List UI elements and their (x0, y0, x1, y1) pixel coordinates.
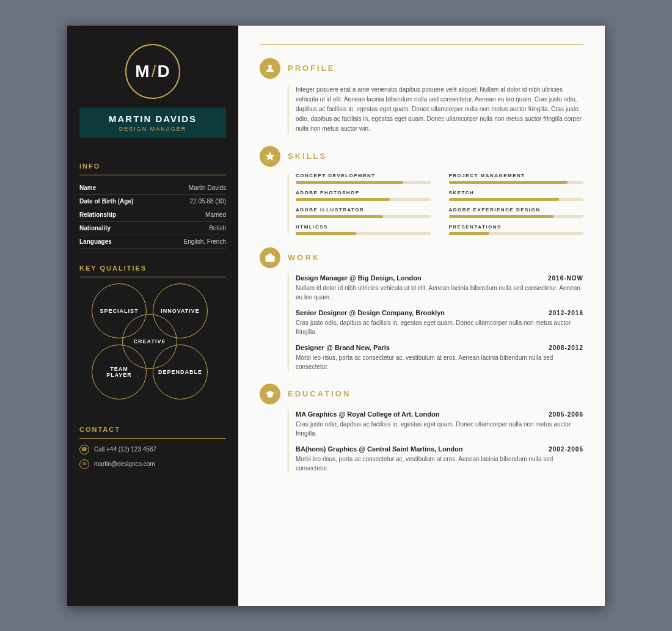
contact-item: ✉martin@designco.com (79, 459, 226, 469)
qualities-section: KEY QUALITIES SPECIALIST INNOVATIVE CREA… (79, 251, 226, 403)
venn-diagram: SPECIALIST INNOVATIVE CREATIVE TEAMPLAYE… (86, 283, 220, 403)
skill-bar-bg (449, 215, 584, 218)
contact-text: Call +44 (12) 123 4567 (94, 446, 156, 453)
profile-title: PROFILE (288, 64, 335, 73)
qualities-divider (79, 277, 226, 277)
skill-bar-fill (449, 198, 560, 201)
skill-name: SKETCH (449, 190, 584, 195)
work-entry-title: Designer @ Brand New, Paris (296, 344, 390, 351)
work-title: WORK (288, 253, 320, 262)
education-entry: MA Graphics @ Royal College of Art, Lond… (296, 410, 583, 438)
info-table: NameMartin DavidsDate of Birth (Age)22.0… (79, 181, 226, 249)
education-title: EDUCATION (288, 389, 351, 398)
svg-marker-1 (266, 151, 275, 160)
skill-bar-fill (296, 215, 383, 218)
skill-bar-fill (449, 232, 489, 235)
work-header: WORK (260, 247, 583, 268)
contact-text: martin@designco.com (94, 461, 155, 467)
skill-item: HTML/CSS (296, 224, 431, 235)
education-entry-header: BA(hons) Graphics @ Central Saint Martin… (296, 445, 583, 453)
profile-body: Integer posuere erat a ante venenatis da… (260, 85, 583, 134)
skill-name: HTML/CSS (296, 224, 431, 230)
skills-title: SKILLS (288, 151, 327, 161)
info-value: English, French (147, 235, 226, 248)
info-value: British (147, 221, 226, 235)
quality-dependable: DEPENDABLE (153, 345, 208, 399)
skill-bar-bg (296, 232, 431, 235)
skill-bar-bg (449, 198, 584, 201)
initial-d: D (157, 62, 170, 81)
info-row: LanguagesEnglish, French (79, 235, 226, 248)
education-entry-date: 2002-2005 (549, 446, 583, 453)
skills-header: SKILLS (260, 146, 583, 167)
logo-inner: M / D (135, 62, 170, 81)
info-label: Languages (79, 235, 147, 248)
work-entry-header: Designer @ Brand New, Paris 2008-2012 (296, 344, 583, 351)
skill-bar-fill (449, 215, 554, 218)
info-label: INFO (79, 162, 226, 170)
skill-name: PROJECT MANAGEMENT (449, 173, 584, 178)
skill-name: ADOBE ILLUSTRATOR (296, 207, 431, 213)
skill-item: CONCEPT DEVELOPMENT (296, 173, 431, 184)
info-row: Date of Birth (Age)22.05.88 (30) (79, 194, 226, 208)
contact-item: ☎Call +44 (12) 123 4567 (79, 445, 226, 454)
skills-border: CONCEPT DEVELOPMENT PROJECT MANAGEMENT A… (288, 173, 583, 235)
info-row: NameMartin Davids (79, 181, 226, 195)
skill-bar-bg (449, 181, 584, 184)
work-section: WORK Design Manager @ Big Design, London… (260, 247, 583, 371)
education-border: MA Graphics @ Royal College of Art, Lond… (288, 410, 583, 473)
logo-circle: M / D (125, 44, 180, 99)
info-label: Date of Birth (Age) (79, 194, 147, 208)
work-entry-date: 2016-NOW (548, 275, 583, 282)
contact-icon: ✉ (79, 459, 89, 469)
main-content: PROFILE Integer posuere erat a ante vene… (238, 26, 605, 606)
initial-m: M (135, 62, 150, 81)
info-row: NationalityBritish (79, 221, 226, 235)
skills-grid: CONCEPT DEVELOPMENT PROJECT MANAGEMENT A… (296, 173, 583, 235)
skill-item: PROJECT MANAGEMENT (449, 173, 584, 184)
info-value: Martin Davids (147, 181, 226, 195)
work-icon (260, 247, 280, 268)
profile-section: PROFILE Integer posuere erat a ante vene… (260, 58, 583, 134)
skill-item: ADOBE ILLUSTRATOR (296, 207, 431, 218)
contact-label: CONTACT (79, 426, 226, 433)
skills-section: SKILLS CONCEPT DEVELOPMENT PROJECT MANAG… (260, 146, 583, 235)
info-label: Nationality (79, 221, 147, 235)
skill-item: PRESENTATIONS (449, 224, 584, 235)
skill-bar-bg (296, 215, 431, 218)
work-entry-desc: Cras justo odio, dapibus ac facilisis in… (296, 318, 583, 337)
resume-wrapper: M / D MARTIN DAVIDS DESIGN MANAGER INFO … (67, 26, 605, 606)
job-title: DESIGN MANAGER (84, 126, 221, 132)
skills-icon (260, 146, 280, 167)
work-border: Design Manager @ Big Design, London 2016… (288, 274, 583, 371)
education-entry: BA(hons) Graphics @ Central Saint Martin… (296, 445, 583, 473)
work-entry-date: 2012-2016 (549, 310, 583, 316)
work-entry: Senior Designer @ Design Company, Brookl… (296, 309, 583, 337)
name-box: MARTIN DAVIDS DESIGN MANAGER (79, 108, 226, 138)
education-entry-title: MA Graphics @ Royal College of Art, Lond… (296, 410, 439, 418)
education-entry-header: MA Graphics @ Royal College of Art, Lond… (296, 410, 583, 418)
skill-name: PRESENTATIONS (449, 224, 584, 230)
skill-item: ADOBE EXPERIENCE DESIGN (449, 207, 584, 218)
full-name: MARTIN DAVIDS (84, 114, 221, 124)
skill-bar-fill (449, 181, 568, 184)
logo-slash: / (152, 62, 156, 81)
skill-item: SKETCH (449, 190, 584, 201)
education-icon (260, 384, 280, 404)
skill-bar-bg (449, 232, 584, 235)
skill-name: ADOBE EXPERIENCE DESIGN (449, 207, 584, 213)
skill-bar-bg (296, 198, 431, 201)
info-value: 22.05.88 (30) (147, 194, 226, 208)
profile-text: Integer posuere erat a ante venenatis da… (296, 85, 583, 134)
skill-bar-bg (296, 181, 431, 184)
profile-border: Integer posuere erat a ante venenatis da… (288, 85, 583, 134)
work-entry-title: Design Manager @ Big Design, London (296, 274, 422, 282)
info-label: Name (79, 181, 147, 195)
svg-point-0 (268, 65, 272, 68)
skill-bar-fill (296, 198, 390, 201)
qualities-label: KEY QUALITIES (79, 264, 226, 272)
work-entry-header: Design Manager @ Big Design, London 2016… (296, 274, 583, 282)
work-entry-desc: Morbi leo risus, porta ac consectetur ac… (296, 353, 583, 371)
skill-name: ADOBE PHOTOSHOP (296, 190, 431, 195)
top-gold-line (260, 44, 583, 45)
